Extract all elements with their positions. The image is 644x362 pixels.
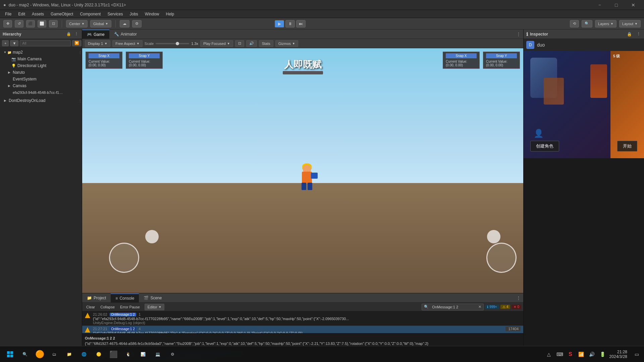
hierarchy-more-icon[interactable]: ⋮	[73, 31, 79, 37]
system-clock[interactable]: 21:28 2024/3/28	[609, 350, 630, 359]
snap-x-btn-right[interactable]: Snap X	[446, 53, 477, 58]
close-btn[interactable]: ✕	[626, 0, 641, 10]
hier-item-map2[interactable]: ▼ 📁 map2 ⋮	[0, 49, 82, 56]
tray-expand[interactable]: △	[545, 350, 553, 358]
hierarchy-add-btn[interactable]: +	[2, 40, 9, 46]
create-character-btn[interactable]: 创建角色	[530, 141, 559, 152]
play-focused-btn[interactable]: Play Focused ▼	[200, 40, 233, 47]
msg-tag-1[interactable]: OnMessage:1 2	[110, 327, 136, 331]
start-button[interactable]	[3, 348, 17, 361]
menu-edit[interactable]: Edit	[15, 11, 29, 17]
mute-btn[interactable]: 🔊	[246, 40, 257, 47]
inspector-lock-btn[interactable]: 🔒	[627, 32, 632, 37]
collab-btn[interactable]: ⚙	[132, 20, 142, 27]
console-tabs-more[interactable]: ⋮	[514, 296, 523, 300]
hierarchy-lock-icon[interactable]: 🔒	[66, 31, 72, 37]
transform-move-btn[interactable]: ✥	[3, 20, 12, 27]
menu-gameobject[interactable]: GameObject	[47, 11, 76, 17]
gizmos-btn[interactable]: Gizmos ▼	[275, 40, 298, 47]
tab-game[interactable]: 🎮 Game	[82, 29, 109, 39]
pivot-btn[interactable]: Center ▼	[66, 20, 88, 27]
transform-all-btn[interactable]: ⊡	[49, 20, 58, 27]
game-viewport[interactable]: Snap X Current Value: (0.00, 0.00) Snap …	[82, 48, 523, 293]
snap-y-btn-right[interactable]: Snap Y	[486, 53, 517, 58]
tray-show-desktop[interactable]: ▭	[633, 350, 641, 358]
menu-window[interactable]: Window	[142, 11, 163, 17]
game-tabs-more[interactable]: ⋮	[514, 32, 523, 37]
taskbar-app-files[interactable]: 🗂	[48, 348, 61, 361]
layers-dropdown[interactable]: Layers ▼	[595, 20, 616, 27]
step-btn[interactable]: ⏭	[296, 20, 306, 27]
display-dropdown[interactable]: Display 1 ▼	[85, 40, 110, 47]
hierarchy-search[interactable]	[20, 40, 71, 46]
tab-project[interactable]: 📁 Project	[82, 293, 111, 303]
tab-console[interactable]: ≡ Console	[111, 293, 139, 303]
taskbar-app-vs[interactable]: ⬛	[107, 348, 120, 361]
snap-x-btn-left[interactable]: Snap X	[89, 53, 119, 58]
maximize-on-play-btn[interactable]: ⊡	[235, 40, 244, 47]
menu-help[interactable]: Help	[163, 11, 178, 17]
taskbar-app-unity[interactable]: 🟡	[92, 348, 105, 361]
menu-jobs[interactable]: Jobs	[126, 11, 141, 17]
undo-history-btn[interactable]: ⟲	[570, 20, 579, 27]
menu-file[interactable]: File	[2, 11, 15, 17]
tray-keyboard[interactable]: ⌨	[556, 350, 564, 358]
msg-tag-0[interactable]: OnMessage:1 2	[110, 313, 136, 316]
clear-btn[interactable]: Clear	[84, 304, 97, 310]
layout-dropdown[interactable]: Layout ▼	[619, 20, 641, 27]
hier-item-dontdestroy[interactable]: ▶ DontDestroyOnLoad ⋮	[0, 97, 82, 104]
hier-item-naruto[interactable]: ▶ Naruto	[0, 69, 82, 76]
taskbar-app-settings[interactable]: ⚙	[166, 348, 179, 361]
open-game-btn[interactable]: 开始	[617, 141, 637, 152]
taskbar-app-terminal[interactable]: 💻	[151, 348, 164, 361]
scale-slider[interactable]	[156, 43, 189, 44]
search-btn[interactable]: 🔍	[582, 20, 592, 27]
pause-btn[interactable]: ⏸	[285, 20, 295, 27]
stats-btn[interactable]: Stats	[259, 40, 273, 47]
tray-wifi[interactable]: 📶	[577, 350, 585, 358]
menu-component[interactable]: Component	[76, 11, 104, 17]
hierarchy-filter-btn[interactable]: 🔽	[72, 40, 82, 46]
menu-services[interactable]: Services	[104, 11, 126, 17]
taskbar-app-qq[interactable]: 🐧	[121, 348, 135, 361]
hier-item-maincamera[interactable]: 📷 Main Camera	[0, 56, 82, 62]
console-search-input[interactable]	[430, 304, 477, 310]
global-btn[interactable]: Global ▼	[90, 20, 111, 27]
tab-scene[interactable]: 🎬 Scene	[139, 293, 166, 303]
hier-item-dirlight[interactable]: 💡 Directional Light	[0, 62, 82, 69]
console-msg-0[interactable]: 21:26:02 OnMessage:1 2 1 {"id":"efa293cf…	[82, 311, 523, 326]
hier-item-guid[interactable]: efa293cf-94d8-4548-b7cc-f1…	[0, 89, 82, 96]
collapse-btn[interactable]: Collapse	[98, 304, 117, 310]
console-msg-1[interactable]: 21:27:21 OnMessage:1 2 4 {"id":"efa293cf…	[82, 326, 523, 333]
maximize-btn[interactable]: □	[609, 0, 624, 10]
transform-rect-btn[interactable]: ⬜	[38, 20, 46, 27]
taskbar-app-chart[interactable]: 📊	[136, 348, 150, 361]
taskbar-app-firefox[interactable]: 🟠	[33, 348, 46, 361]
inspector-more-icon[interactable]: ⋮	[635, 31, 641, 37]
taskbar-app-edge[interactable]: 🌐	[77, 348, 91, 361]
transform-scale-btn[interactable]: ⬛	[26, 20, 35, 27]
tray-sougou[interactable]: S	[567, 350, 575, 358]
cloud-btn[interactable]: ☁	[120, 20, 129, 27]
hier-item-canvas[interactable]: ▶ Canvas	[0, 82, 82, 89]
transform-rotate-btn[interactable]: ↺	[15, 20, 23, 27]
minimize-btn[interactable]: －	[592, 0, 607, 10]
hier-item-eventsystem[interactable]: EventSystem	[0, 76, 82, 82]
aspect-dropdown[interactable]: Free Aspect ▼	[112, 40, 143, 47]
hierarchy-dropdown-btn[interactable]: ▼	[10, 40, 18, 46]
tray-volume[interactable]: 🔊	[588, 350, 596, 358]
hier-more-dontdestroy[interactable]: ⋮	[78, 99, 82, 103]
tab-animator[interactable]: 🔧 Animator	[109, 29, 142, 39]
play-btn[interactable]: ▶	[275, 20, 284, 27]
hier-more-map2[interactable]: ⋮	[78, 51, 82, 54]
tray-battery[interactable]: 🔋	[599, 350, 607, 358]
editor-dropdown[interactable]: Editor ▼	[145, 304, 165, 310]
menu-assets[interactable]: Assets	[29, 11, 47, 17]
taskbar-search[interactable]: 🔍	[18, 348, 32, 361]
taskbar-app-folder[interactable]: 📁	[62, 348, 76, 361]
console-search-clear[interactable]: ✕	[478, 305, 481, 309]
snap-y-btn-left[interactable]: Snap Y	[129, 53, 160, 58]
joystick-right[interactable]	[486, 243, 517, 273]
joystick-left[interactable]	[109, 243, 139, 273]
error-pause-btn[interactable]: Error Pause	[118, 304, 142, 310]
